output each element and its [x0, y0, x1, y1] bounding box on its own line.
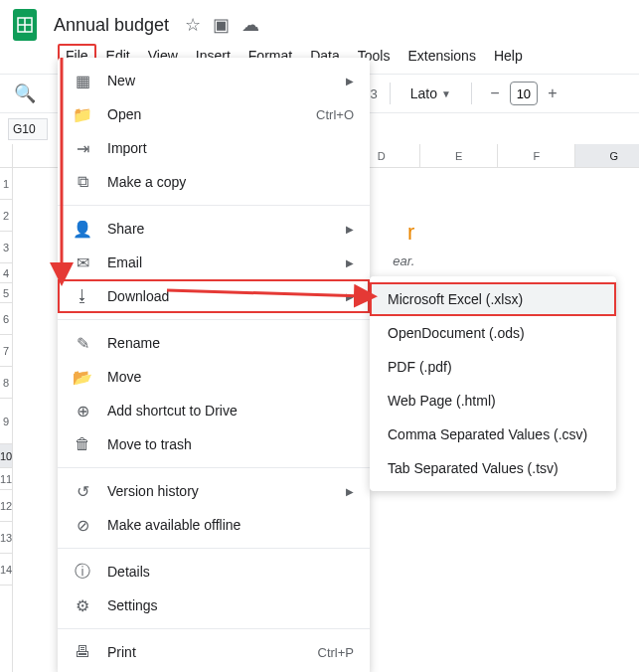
menu-item-open[interactable]: 📁OpenCtrl+O — [58, 97, 370, 131]
document-title[interactable]: Annual budget — [48, 13, 175, 38]
copy-icon: ⧉ — [74, 173, 91, 191]
menu-item-version-history[interactable]: ↺Version history▶ — [58, 474, 370, 508]
menu-item-share[interactable]: 👤Share▶ — [58, 212, 370, 246]
shortcut-icon: ⊕ — [74, 402, 91, 420]
submenu-arrow-icon: ▶ — [346, 76, 354, 86]
row-header[interactable]: 9 — [0, 399, 12, 444]
row-header[interactable]: 14 — [0, 554, 12, 586]
trash-icon: 🗑 — [74, 435, 91, 453]
folder-icon: 📁 — [74, 105, 91, 124]
menu-item-settings[interactable]: ⚙Settings — [58, 588, 370, 622]
menu-help[interactable]: Help — [486, 44, 531, 68]
file-menu-dropdown: ▦New▶ 📁OpenCtrl+O ⇥Import ⧉Make a copy 👤… — [58, 58, 370, 672]
cell-heading-fragment: r — [407, 220, 414, 246]
submenu-arrow-icon: ▶ — [346, 291, 354, 302]
print-icon: 🖶 — [74, 643, 91, 661]
menu-item-email[interactable]: ✉Email▶ — [58, 246, 370, 279]
title-bar: Annual budget ☆ ▣ ☁ — [0, 0, 639, 44]
menu-item-download[interactable]: ⭳Download▶ — [58, 279, 370, 313]
move-folder-icon[interactable]: ▣ — [213, 14, 230, 36]
new-icon: ▦ — [74, 72, 91, 90]
move-icon: 📂 — [74, 368, 91, 387]
col-header[interactable]: E — [420, 144, 498, 167]
menu-item-details[interactable]: ⓘDetails — [58, 555, 370, 588]
cell-subheading-fragment: ear. — [393, 253, 414, 268]
separator — [58, 467, 370, 468]
submenu-item-csv[interactable]: Comma Separated Values (.csv) — [370, 418, 616, 451]
row-header[interactable]: 8 — [0, 367, 12, 399]
col-header[interactable]: G — [575, 144, 639, 167]
email-icon: ✉ — [74, 253, 91, 272]
row-header[interactable]: 5 — [0, 283, 12, 303]
menu-item-make-copy[interactable]: ⧉Make a copy — [58, 165, 370, 199]
menu-extensions[interactable]: Extensions — [399, 44, 483, 68]
submenu-arrow-icon: ▶ — [346, 486, 354, 497]
star-icon[interactable]: ☆ — [185, 14, 201, 36]
font-picker[interactable]: Lato ▼ — [402, 82, 459, 105]
menu-item-print[interactable]: 🖶PrintCtrl+P — [58, 635, 370, 669]
menu-item-import[interactable]: ⇥Import — [58, 131, 370, 165]
row-header[interactable]: 13 — [0, 522, 12, 554]
search-icon[interactable]: 🔍 — [10, 79, 40, 108]
row-headers: 1 2 3 4 5 6 7 8 9 10 11 12 13 14 — [0, 144, 13, 672]
submenu-item-tsv[interactable]: Tab Separated Values (.tsv) — [370, 451, 616, 485]
share-icon: 👤 — [74, 220, 91, 239]
info-icon: ⓘ — [74, 562, 91, 583]
row-header[interactable]: 10 — [0, 444, 12, 468]
name-box[interactable]: G10 — [8, 118, 48, 140]
separator — [58, 319, 370, 320]
separator — [58, 628, 370, 629]
submenu-arrow-icon: ▶ — [346, 257, 354, 268]
gear-icon: ⚙ — [74, 596, 91, 615]
menu-item-rename[interactable]: ✎Rename — [58, 326, 370, 360]
row-header[interactable]: 12 — [0, 490, 12, 522]
row-header[interactable]: 11 — [0, 468, 12, 490]
separator — [58, 548, 370, 549]
download-submenu: Microsoft Excel (.xlsx) OpenDocument (.o… — [370, 276, 616, 491]
rename-icon: ✎ — [74, 334, 91, 353]
divider — [471, 83, 472, 104]
row-header[interactable]: 1 — [0, 168, 12, 200]
font-name: Lato — [410, 85, 437, 101]
menu-item-add-shortcut[interactable]: ⊕Add shortcut to Drive — [58, 394, 370, 427]
submenu-item-xlsx[interactable]: Microsoft Excel (.xlsx) — [370, 282, 616, 316]
sheets-logo[interactable] — [12, 8, 38, 42]
font-size-decrease[interactable]: − — [484, 82, 506, 105]
font-size-stepper: − + — [484, 82, 563, 105]
separator — [58, 205, 370, 206]
corner-cell[interactable] — [0, 144, 12, 168]
submenu-item-html[interactable]: Web Page (.html) — [370, 384, 616, 418]
row-header[interactable]: 7 — [0, 335, 12, 367]
chevron-down-icon: ▼ — [441, 88, 451, 99]
menu-item-offline[interactable]: ⊘Make available offline — [58, 508, 370, 542]
font-size-input[interactable] — [510, 82, 538, 105]
row-header[interactable]: 6 — [0, 303, 12, 335]
row-header[interactable]: 4 — [0, 263, 12, 283]
submenu-arrow-icon: ▶ — [346, 224, 354, 235]
download-icon: ⭳ — [74, 287, 91, 305]
menu-item-new[interactable]: ▦New▶ — [58, 64, 370, 97]
row-header[interactable]: 3 — [0, 232, 12, 263]
submenu-item-pdf[interactable]: PDF (.pdf) — [370, 350, 616, 384]
menu-item-trash[interactable]: 🗑Move to trash — [58, 427, 370, 461]
font-size-increase[interactable]: + — [542, 82, 563, 105]
import-icon: ⇥ — [74, 139, 91, 158]
offline-icon: ⊘ — [74, 516, 91, 535]
history-icon: ↺ — [74, 482, 91, 501]
menu-item-move[interactable]: 📂Move — [58, 360, 370, 394]
row-header[interactable]: 2 — [0, 200, 12, 232]
submenu-item-ods[interactable]: OpenDocument (.ods) — [370, 316, 616, 350]
col-header[interactable]: F — [498, 144, 575, 167]
divider — [390, 83, 391, 104]
cloud-status-icon[interactable]: ☁ — [241, 14, 259, 36]
